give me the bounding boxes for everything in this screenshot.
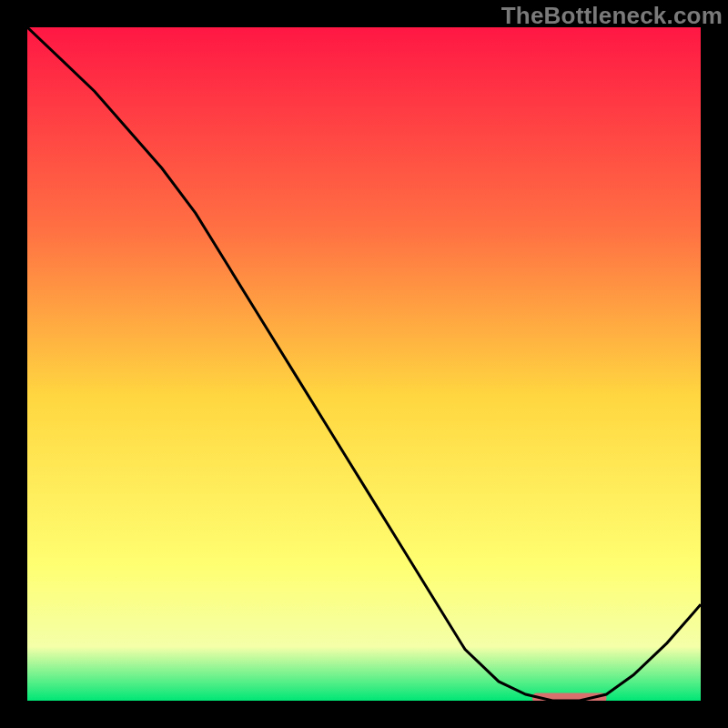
chart-root: { "attribution": { "watermark": "TheBott… — [0, 0, 728, 728]
watermark-text: TheBottleneck.com — [501, 2, 723, 30]
plot-area — [27, 27, 701, 701]
chart-svg — [27, 27, 701, 701]
